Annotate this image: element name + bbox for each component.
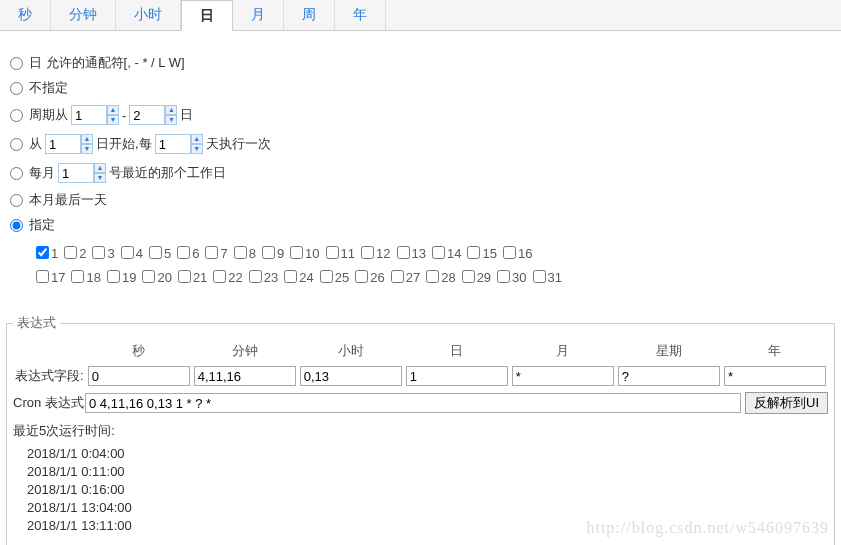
expr-week-input[interactable] [618,366,720,386]
day-checkbox-16[interactable] [503,246,516,259]
chevron-down-icon[interactable]: ▼ [107,115,119,125]
tab-分钟[interactable]: 分钟 [51,0,116,30]
runtime-item: 2018/1/1 0:16:00 [27,482,828,497]
day-checkbox-22[interactable] [213,270,226,283]
day-check-3: 3 [92,242,114,266]
day-checkbox-20[interactable] [142,270,155,283]
expr-min-input[interactable] [194,366,296,386]
day-checkbox-4[interactable] [121,246,134,259]
chevron-up-icon[interactable]: ▲ [107,105,119,115]
day-check-8: 8 [234,242,256,266]
day-checkbox-25[interactable] [320,270,333,283]
day-check-12: 12 [361,242,390,266]
day-checkbox-3[interactable] [92,246,105,259]
label-cycle-suffix: 日 [180,106,193,124]
runtimes-section: 最近5次运行时间: 2018/1/1 0:04:002018/1/1 0:11:… [13,422,828,533]
radio-specified[interactable] [10,219,23,232]
day-check-25: 25 [320,266,349,290]
chevron-up-icon[interactable]: ▲ [191,134,203,144]
day-checkbox-21[interactable] [178,270,191,283]
cron-input[interactable] [85,393,741,413]
day-checkbox-26[interactable] [355,270,368,283]
runtime-item: 2018/1/1 13:04:00 [27,500,828,515]
day-checkbox-30[interactable] [497,270,510,283]
expression-legend: 表达式 [13,314,60,332]
radio-start[interactable] [10,138,23,151]
day-checkbox-6[interactable] [177,246,190,259]
day-check-22: 22 [213,266,242,290]
chevron-down-icon[interactable]: ▼ [165,115,177,125]
chevron-down-icon[interactable]: ▼ [81,144,93,154]
tab-周[interactable]: 周 [284,0,335,30]
runtimes-title: 最近5次运行时间: [13,422,828,440]
day-checkbox-18[interactable] [71,270,84,283]
day-checkbox-7[interactable] [205,246,218,259]
label-cycle-sep: - [122,108,126,123]
expr-header: 星期 [616,338,722,364]
expr-day-input[interactable] [406,366,508,386]
spin-buttons[interactable]: ▲▼ [81,134,93,154]
day-check-15: 15 [467,242,496,266]
cron-label: Cron 表达式: [13,394,85,412]
spin-buttons[interactable]: ▲▼ [107,105,119,125]
day-checkbox-5[interactable] [149,246,162,259]
spin-buttons[interactable]: ▲▼ [191,134,203,154]
expr-month-input[interactable] [512,366,614,386]
chevron-down-icon[interactable]: ▼ [191,144,203,154]
start-from-input[interactable] [45,134,81,154]
label-start-suffix: 天执行一次 [206,135,271,153]
radio-nearest[interactable] [10,167,23,180]
day-checkbox-17[interactable] [36,270,49,283]
cycle-to-input[interactable] [129,105,165,125]
radio-wildcard[interactable] [10,57,23,70]
day-checkbox-11[interactable] [326,246,339,259]
day-checkbox-13[interactable] [397,246,410,259]
tab-小时[interactable]: 小时 [116,0,181,30]
day-check-29: 29 [462,266,491,290]
day-checkbox-27[interactable] [391,270,404,283]
day-checkbox-14[interactable] [432,246,445,259]
day-checkbox-12[interactable] [361,246,374,259]
chevron-up-icon[interactable]: ▲ [81,134,93,144]
day-checkbox-10[interactable] [290,246,303,259]
chevron-down-icon[interactable]: ▼ [94,173,106,183]
expr-sec-input[interactable] [88,366,190,386]
day-check-19: 19 [107,266,136,290]
chevron-up-icon[interactable]: ▲ [94,163,106,173]
nearest-day-input[interactable] [58,163,94,183]
day-checkbox-29[interactable] [462,270,475,283]
tab-日[interactable]: 日 [181,0,233,31]
radio-lastday[interactable] [10,194,23,207]
day-checkbox-1[interactable] [36,246,49,259]
day-checkbox-28[interactable] [426,270,439,283]
spin-buttons[interactable]: ▲▼ [94,163,106,183]
day-checkbox-31[interactable] [533,270,546,283]
start-every-input[interactable] [155,134,191,154]
parse-button[interactable]: 反解析到UI [745,392,828,414]
cycle-from-input[interactable] [71,105,107,125]
day-checkbox-19[interactable] [107,270,120,283]
day-check-9: 9 [262,242,284,266]
radio-cycle[interactable] [10,109,23,122]
expr-header: 月 [510,338,616,364]
day-checkbox-15[interactable] [467,246,480,259]
day-checkbox-8[interactable] [234,246,247,259]
day-checkbox-9[interactable] [262,246,275,259]
runtime-item: 2018/1/1 0:11:00 [27,464,828,479]
day-check-5: 5 [149,242,171,266]
day-checkbox-24[interactable] [284,270,297,283]
chevron-up-icon[interactable]: ▲ [165,105,177,115]
expr-hour-input[interactable] [300,366,402,386]
expr-year-input[interactable] [724,366,826,386]
tab-月[interactable]: 月 [233,0,284,30]
day-check-31: 31 [533,266,562,290]
spin-buttons[interactable]: ▲▼ [165,105,177,125]
day-checkbox-2[interactable] [64,246,77,259]
day-check-20: 20 [142,266,171,290]
tab-年[interactable]: 年 [335,0,386,30]
radio-unspecified[interactable] [10,82,23,95]
day-check-7: 7 [205,242,227,266]
day-check-28: 28 [426,266,455,290]
tab-秒[interactable]: 秒 [0,0,51,30]
day-checkbox-23[interactable] [249,270,262,283]
